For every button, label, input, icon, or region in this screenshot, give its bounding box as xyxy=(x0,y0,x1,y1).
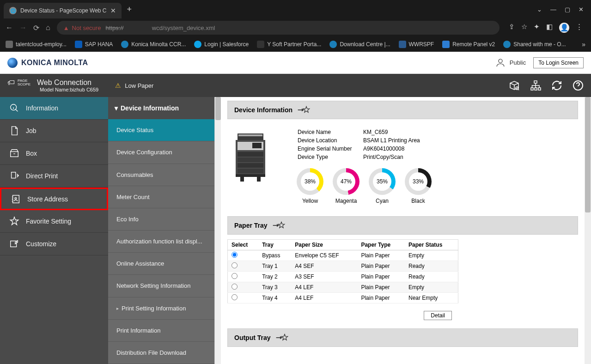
bookmark-item[interactable]: SAP HANA xyxy=(75,41,113,48)
sidebar-item-information[interactable]: Information xyxy=(0,97,108,120)
warning-icon: ⚠ xyxy=(115,82,121,89)
sub-item-device-configuration[interactable]: Device Configuration xyxy=(108,141,214,164)
sidebar-item-customize[interactable]: Customize xyxy=(0,233,108,255)
maximize-icon[interactable]: ▢ xyxy=(565,6,570,13)
sidebar-item-job[interactable]: Job xyxy=(0,120,108,142)
not-secure-text: Not secure xyxy=(72,24,101,31)
table-cell: Tray 1 xyxy=(258,261,291,272)
table-cell: Near Empty xyxy=(405,293,458,303)
svg-rect-8 xyxy=(11,152,18,157)
sub-item-eco-info[interactable]: Eco Info xyxy=(108,208,214,231)
section-title: Output Tray xyxy=(234,334,271,341)
bookmark-item[interactable]: Download Centre |... xyxy=(329,41,390,48)
box-search-icon[interactable] xyxy=(509,80,520,91)
bookmark-item[interactable]: WWRSPF xyxy=(399,41,434,48)
sub-item-consumables[interactable]: Consumables xyxy=(108,164,214,186)
sub-item-network-setting-info[interactable]: Network Setting Information xyxy=(108,275,214,297)
favorite-star-icon[interactable] xyxy=(275,333,289,343)
favorite-star-icon[interactable] xyxy=(297,105,311,115)
toner-label: Black xyxy=(411,198,425,204)
help-icon[interactable] xyxy=(573,80,584,91)
sitemap-icon[interactable] xyxy=(530,80,541,91)
tray-select-radio[interactable] xyxy=(232,262,238,268)
sub-sidebar-header[interactable]: ▾ Device Information xyxy=(108,97,214,119)
info-key: Device Name xyxy=(298,128,362,136)
sub-item-authorization-function[interactable]: Authorization function list displ... xyxy=(108,231,214,253)
toner-circle-icon: 35% xyxy=(369,168,396,195)
section-title: Device Information xyxy=(234,106,292,114)
sidebar-item-box[interactable]: Box xyxy=(0,142,108,165)
sub-sidebar: ▾ Device Information Device Status Devic… xyxy=(108,97,214,364)
table-cell: Plain Paper xyxy=(357,250,405,261)
bookmark-item[interactable]: talentcloud-employ... xyxy=(6,41,67,48)
content-scrollbar[interactable] xyxy=(585,97,591,364)
new-tab-button[interactable]: + xyxy=(127,5,132,14)
table-cell: Empty xyxy=(405,282,458,293)
table-row: Tray 3A4 LEFPlain PaperEmpty xyxy=(228,282,458,293)
table-cell: Plain Paper xyxy=(357,272,405,282)
tray-select-radio[interactable] xyxy=(232,273,238,279)
content-panel: Device Information xyxy=(221,97,585,364)
bookmark-star-icon[interactable]: ☆ xyxy=(521,23,527,33)
share-icon[interactable]: ⇪ xyxy=(509,23,515,33)
minimize-icon[interactable]: — xyxy=(550,6,556,13)
bookmark-item[interactable]: Konica Minolta CCR... xyxy=(121,41,186,48)
sidebar-item-direct-print[interactable]: Direct Print xyxy=(0,165,108,188)
svg-rect-23 xyxy=(240,177,244,182)
bookmark-item[interactable]: Login | Salesforce xyxy=(194,41,249,48)
back-icon[interactable]: ← xyxy=(6,24,13,32)
reload-icon[interactable]: ⟳ xyxy=(33,24,39,32)
bookmark-label: WWRSPF xyxy=(409,41,434,48)
tray-select-radio[interactable] xyxy=(232,294,238,300)
sub-item-print-setting-info[interactable]: Print Setting Information xyxy=(108,297,214,320)
bookmark-item[interactable]: Remote Panel v2 xyxy=(442,41,495,48)
sub-item-meter-count[interactable]: Meter Count xyxy=(108,186,214,208)
url-bar[interactable]: ▲ Not secure https:// wcd/system_device.… xyxy=(57,21,500,35)
favorite-star-icon[interactable] xyxy=(272,220,286,231)
sub-sidebar-scrollbar[interactable] xyxy=(214,97,221,364)
url-text: https:// wcd/system_device.xml xyxy=(105,24,215,31)
app-title: Web Connection xyxy=(37,79,91,87)
table-cell: Plain Paper xyxy=(357,261,405,272)
table-cell: A4 LEF xyxy=(291,293,357,303)
home-icon[interactable]: ⌂ xyxy=(46,24,50,32)
toner-gauge: 35%Cyan xyxy=(369,168,396,204)
bookmark-item[interactable]: Y Soft Partner Porta... xyxy=(257,41,321,48)
window-controls: ⌄ — ▢ ✕ xyxy=(537,6,591,13)
forward-icon[interactable]: → xyxy=(19,24,27,32)
bookmarks-overflow-icon[interactable]: » xyxy=(582,41,585,48)
sidebar-item-label: Favorite Setting xyxy=(26,218,71,225)
svg-rect-20 xyxy=(238,163,263,168)
profile-avatar-icon[interactable]: 👤 xyxy=(559,23,569,33)
bookmark-item[interactable]: Shared with me - O... xyxy=(503,41,566,48)
sidebar-item-favorite-setting[interactable]: Favorite Setting xyxy=(0,210,108,233)
chevron-down-icon[interactable]: ⌄ xyxy=(537,6,542,13)
close-tab-icon[interactable]: ✕ xyxy=(110,7,116,14)
tray-select-radio[interactable] xyxy=(232,252,238,258)
refresh-icon[interactable] xyxy=(551,80,562,91)
tray-select-radio[interactable] xyxy=(232,284,238,290)
table-cell: Plain Paper xyxy=(357,293,405,303)
sub-item-print-information[interactable]: Print Information xyxy=(108,320,214,342)
sub-item-distribution-file-download[interactable]: Distribution File Download xyxy=(108,342,214,364)
extensions-icon[interactable]: ✦ xyxy=(534,23,540,33)
info-key: Device Type xyxy=(298,153,362,161)
table-cell: Tray 3 xyxy=(258,282,291,293)
kebab-menu-icon[interactable]: ⋮ xyxy=(576,23,583,33)
detail-button[interactable]: Detail xyxy=(424,311,452,320)
browser-tab[interactable]: 🌐 Device Status - PageScope Web C ✕ xyxy=(4,3,122,18)
section-paper-tray-header: Paper Tray xyxy=(227,216,578,235)
not-secure-badge[interactable]: ▲ Not secure xyxy=(63,24,101,31)
info-value: Print/Copy/Scan xyxy=(363,153,424,161)
sub-item-online-assistance[interactable]: Online Assistance xyxy=(108,253,214,275)
main-layout: Information Job Box Direct Print Store A… xyxy=(0,97,591,364)
svg-point-7 xyxy=(11,104,17,110)
window-close-icon[interactable]: ✕ xyxy=(579,6,584,13)
sub-item-device-status[interactable]: Device Status xyxy=(108,119,214,141)
svg-rect-17 xyxy=(252,143,262,148)
sidebar-item-store-address[interactable]: Store Address xyxy=(0,188,108,210)
table-cell: Empty xyxy=(405,250,458,261)
login-screen-button[interactable]: To Login Screen xyxy=(533,57,584,68)
sidepanel-icon[interactable]: ◧ xyxy=(546,23,553,33)
sub-sidebar-header-label: Device Information xyxy=(121,104,179,112)
